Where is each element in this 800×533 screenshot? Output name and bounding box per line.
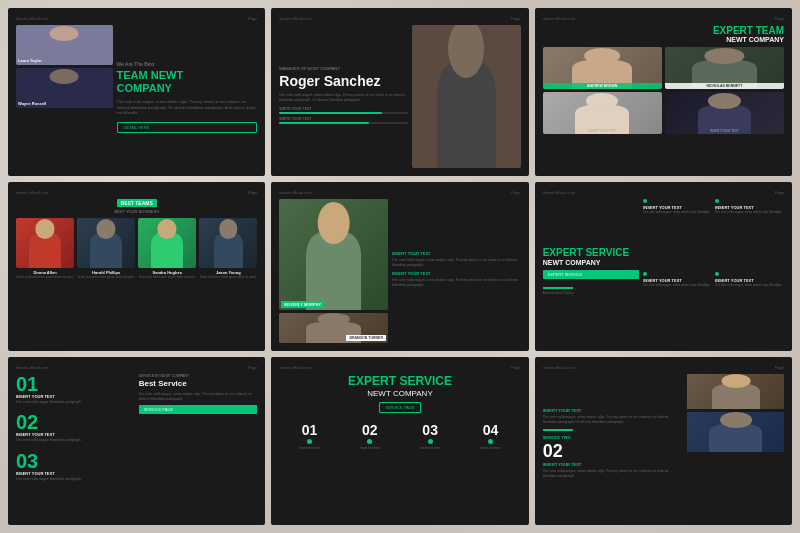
slide-5-left: BEVERLY MURPHY BRANDON TURNER (279, 199, 388, 342)
step-4-dot (488, 439, 493, 444)
slide-9-desc-2: Ore note nulla augue, oritas asktec ulgo… (543, 469, 684, 479)
slide-3-header: dimwit.official.com Page (543, 16, 784, 21)
step-1-num: 01 (302, 423, 318, 437)
slide-5-insert-2: INSERT YOUR TEXT (392, 271, 521, 276)
slide-4-url: dimwit.official.com (16, 190, 48, 195)
sil-head (708, 93, 740, 109)
bar-track-1 (279, 112, 408, 114)
slide-6-content: EXPERT SERVICE NEWT COMPANY EXPERT SERVI… (543, 199, 784, 342)
expert-service-title: EXPERT SERVICE (543, 247, 640, 259)
slide-5-page: Page (511, 190, 520, 195)
number-1: 01 (16, 374, 135, 394)
person-name-wayne: Wayne Russell (18, 101, 46, 106)
slide-2-photo (412, 25, 521, 168)
step-2-dot (367, 439, 372, 444)
slide-2-content: MANAGER OF NEWT COMPANY Roger Sanchez Or… (279, 25, 520, 168)
slide-6-header: dimwit.official.com Page (543, 190, 784, 195)
slide-beverly: dimwit.official.com Page BEVERLY MURPHY … (271, 182, 528, 350)
service-page-button[interactable]: SERVICE PAGE (139, 405, 258, 414)
sil-body (40, 37, 88, 65)
service-tag: SERVICE TWO (543, 435, 684, 440)
person-name-laura: Laura Taylor (18, 58, 42, 63)
photo-top (687, 374, 784, 409)
slide-8-header: dimwit.official.com Page (279, 365, 520, 370)
sil-head (317, 202, 350, 244)
sil-body (214, 233, 243, 268)
slide-6-url: dimwit.official.com (543, 190, 575, 195)
slide-roger: dimwit.official.com Page MANAGER OF NEWT… (271, 8, 528, 176)
slide-1-title: TEAM NEWTCOMPANY (117, 69, 258, 95)
person-card-wayne: Wayne Russell (16, 68, 113, 108)
number-item-1: 01 INSERT YOUR TEXT Ore note nulla augue… (16, 374, 135, 405)
beverly-sil (279, 199, 388, 309)
service-dot-2 (715, 199, 719, 203)
service-item-1: INSERT YOUR TEXT Ore note nulla augue, o… (643, 199, 712, 269)
best-teams-subtitle: BEST YOUR BUSINESS (115, 209, 159, 214)
service-label: SERVICE BY NEWT COMPANY (139, 374, 258, 378)
slide-7-content: 01 INSERT YOUR TEXT Ore note nulla augue… (16, 374, 257, 517)
expert-service-button[interactable]: EXPERT SERVICE (543, 270, 640, 279)
service-text-3: Ore note nulla augue, oritas asktec ulgo… (643, 284, 712, 288)
slide-9-photos (687, 374, 784, 517)
service-desc: Ore note nulla augue, oritas asktec ulgo… (139, 392, 258, 402)
sandra-text: Insert text here lorem ipsum dolor sit a… (139, 276, 196, 280)
sandra-photo (138, 218, 196, 268)
team-member-sandra: Sandra Hughes Insert text here lorem ips… (138, 218, 196, 342)
sil-body (29, 233, 61, 268)
bar-track-2 (279, 122, 408, 124)
service-text-2: Ore note nulla augue, oritas asktec ulgo… (715, 211, 784, 215)
expert-team-title-area: EXPERT TEAM NEWT COMPANY (713, 25, 784, 43)
bar-fill-2 (279, 122, 369, 124)
sil-head (50, 26, 79, 41)
number-2-label: INSERT YOUR TEXT (16, 432, 135, 437)
manager-photo (412, 25, 521, 168)
brandon-photo: BRANDON TURNER (279, 313, 388, 343)
step-3-text: Insert text here (420, 446, 440, 450)
slide-numbers: dimwit.official.com Page 01 INSERT YOUR … (8, 357, 265, 525)
slide-7-service: SERVICE BY NEWT COMPANY Best Service Ore… (139, 374, 258, 415)
slide-2-text: MANAGER OF NEWT COMPANY Roger Sanchez Or… (279, 25, 408, 168)
slide-best-teams: dimwit.official.com Page BEST TEAMS BEST… (8, 182, 265, 350)
service-dot-3 (643, 272, 647, 276)
sil-body (90, 233, 122, 268)
step-1-dot (307, 439, 312, 444)
step-4: 04 Insert text here (460, 423, 520, 450)
slide-expert-service-center: dimwit.official.com Page EXPERT SERVICE … (271, 357, 528, 525)
number-item-3: 03 INSERT YOUR TEXT Ore note nulla augue… (16, 451, 135, 482)
service-page-btn-2[interactable]: SERVICE PAGE (379, 402, 420, 413)
step-2-text: Insert text here (360, 446, 380, 450)
slide-9-url: dimwit.official.com (543, 365, 575, 370)
step-1: 01 Insert text here (279, 423, 339, 450)
slide-5-desc-2: Ore note nulla augue, oritas asktec ulgo… (392, 278, 521, 288)
slide-1-content: Laura Taylor Wayne Russell We Are The Be… (16, 25, 257, 168)
expert-service-2-title: EXPERT SERVICE (279, 374, 520, 388)
slide-expert-service-right: dimwit.official.com Page EXPERT SERVICE … (535, 182, 792, 350)
photo-bottom (687, 412, 784, 452)
service-text-4: Ore note nulla augue, oritas asktec ulgo… (715, 284, 784, 288)
slide-4-header-section: BEST TEAMS BEST YOUR BUSINESS (16, 199, 257, 218)
slide-5-header: dimwit.official.com Page (279, 190, 520, 195)
slide-8-url: dimwit.official.com (279, 365, 311, 370)
team-member-donna: Donna Allen Insert text here lorem ipsum… (16, 218, 74, 342)
slide-insert-photos: dimwit.official.com Page INSERT YOUR TEX… (535, 357, 792, 525)
sil-body (712, 384, 760, 409)
bar-row-1: WRITE YOUR TEXT (279, 107, 408, 114)
slide-1-page: Page (248, 16, 257, 21)
manager-silhouette (412, 25, 521, 168)
beverly-name: BEVERLY MURPHY (281, 301, 324, 308)
slide-1-header: dimwit.official.com Page (16, 16, 257, 21)
bar-fill-1 (279, 112, 382, 114)
slide-5-url: dimwit.official.com (279, 190, 311, 195)
sil-head (35, 219, 54, 238)
accent-bar (543, 429, 573, 431)
sil-head (721, 374, 750, 387)
detail-button[interactable]: DETAIL HERE (117, 122, 258, 133)
sandra-sil (138, 218, 196, 268)
bar-label-2: WRITE YOUR TEXT (279, 117, 408, 121)
manager-name: Roger Sanchez (279, 73, 408, 89)
expert-service-2-company: NEWT COMPANY (279, 389, 520, 398)
slide-2-page: Page (511, 16, 520, 21)
slide-1-subtitle: We Are The Best (117, 61, 258, 67)
harold-sil (77, 218, 135, 268)
accent-line (543, 287, 573, 289)
